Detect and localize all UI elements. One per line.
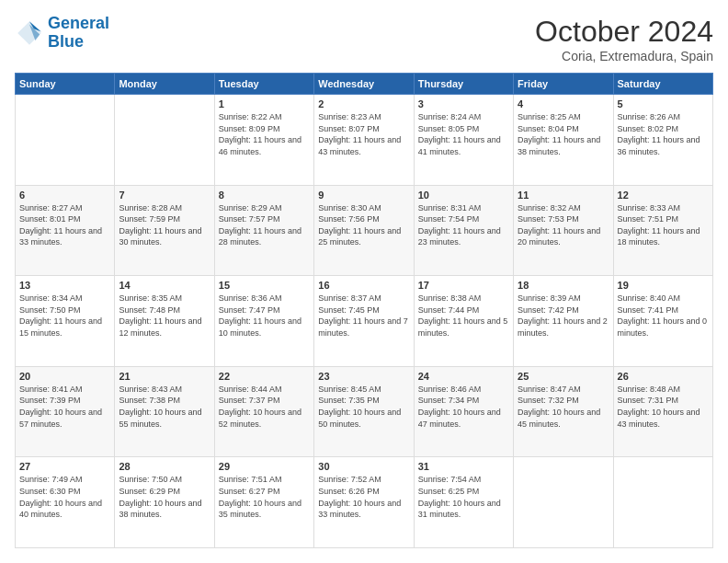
day-info: Sunrise: 8:37 AMSunset: 7:45 PMDaylight:…	[318, 293, 409, 339]
day-number: 8	[219, 190, 310, 201]
calendar-cell	[613, 457, 712, 548]
logo: General Blue	[15, 15, 109, 52]
day-info: Sunrise: 8:22 AMSunset: 8:09 PMDaylight:…	[219, 111, 310, 157]
day-header-thursday: Thursday	[414, 74, 513, 95]
day-info: Sunrise: 7:52 AMSunset: 6:26 PMDaylight:…	[318, 474, 409, 520]
day-number: 17	[418, 280, 509, 291]
calendar-week-4: 27Sunrise: 7:49 AMSunset: 6:30 PMDayligh…	[16, 457, 713, 548]
day-number: 24	[418, 371, 509, 382]
day-number: 23	[318, 371, 409, 382]
calendar-cell: 23Sunrise: 8:45 AMSunset: 7:35 PMDayligh…	[314, 366, 414, 457]
day-number: 11	[518, 190, 609, 201]
day-number: 26	[618, 371, 709, 382]
logo-icon	[15, 18, 44, 48]
calendar-cell: 24Sunrise: 8:46 AMSunset: 7:34 PMDayligh…	[414, 366, 513, 457]
title-block: October 2024 Coria, Extremadura, Spain	[535, 15, 713, 63]
day-info: Sunrise: 8:41 AMSunset: 7:39 PMDaylight:…	[19, 384, 110, 430]
day-info: Sunrise: 8:25 AMSunset: 8:04 PMDaylight:…	[518, 111, 609, 157]
day-number: 7	[119, 190, 210, 201]
calendar-cell: 9Sunrise: 8:30 AMSunset: 7:56 PMDaylight…	[314, 185, 414, 276]
calendar-week-0: 1Sunrise: 8:22 AMSunset: 8:09 PMDaylight…	[16, 95, 713, 186]
day-info: Sunrise: 8:46 AMSunset: 7:34 PMDaylight:…	[418, 384, 509, 430]
day-info: Sunrise: 8:38 AMSunset: 7:44 PMDaylight:…	[418, 293, 509, 339]
day-info: Sunrise: 8:44 AMSunset: 7:37 PMDaylight:…	[219, 384, 310, 430]
day-header-wednesday: Wednesday	[314, 74, 414, 95]
day-number: 28	[119, 461, 210, 472]
day-info: Sunrise: 8:33 AMSunset: 7:51 PMDaylight:…	[618, 202, 709, 248]
calendar-cell: 4Sunrise: 8:25 AMSunset: 8:04 PMDaylight…	[514, 95, 613, 186]
calendar-cell: 11Sunrise: 8:32 AMSunset: 7:53 PMDayligh…	[514, 185, 613, 276]
day-number: 13	[19, 280, 110, 291]
day-number: 18	[518, 280, 609, 291]
day-header-saturday: Saturday	[613, 74, 712, 95]
calendar-cell: 19Sunrise: 8:40 AMSunset: 7:41 PMDayligh…	[613, 276, 712, 367]
calendar-cell	[514, 457, 613, 548]
day-number: 15	[219, 280, 310, 291]
day-info: Sunrise: 8:24 AMSunset: 8:05 PMDaylight:…	[418, 111, 509, 157]
day-info: Sunrise: 7:50 AMSunset: 6:29 PMDaylight:…	[119, 474, 210, 520]
calendar-header-row: SundayMondayTuesdayWednesdayThursdayFrid…	[16, 74, 713, 95]
day-number: 29	[219, 461, 310, 472]
day-number: 2	[318, 98, 409, 109]
day-info: Sunrise: 7:54 AMSunset: 6:25 PMDaylight:…	[418, 474, 509, 520]
calendar-table: SundayMondayTuesdayWednesdayThursdayFrid…	[15, 73, 713, 548]
day-number: 3	[418, 98, 509, 109]
calendar-cell: 1Sunrise: 8:22 AMSunset: 8:09 PMDaylight…	[214, 95, 313, 186]
day-number: 6	[19, 190, 110, 201]
header: General Blue October 2024 Coria, Extrema…	[15, 15, 713, 63]
day-number: 9	[318, 190, 409, 201]
day-number: 30	[318, 461, 409, 472]
calendar-cell: 5Sunrise: 8:26 AMSunset: 8:02 PMDaylight…	[613, 95, 712, 186]
day-info: Sunrise: 8:47 AMSunset: 7:32 PMDaylight:…	[518, 384, 609, 430]
day-header-tuesday: Tuesday	[214, 74, 313, 95]
day-info: Sunrise: 8:43 AMSunset: 7:38 PMDaylight:…	[119, 384, 210, 430]
day-number: 1	[219, 98, 310, 109]
day-number: 21	[119, 371, 210, 382]
logo-line2: Blue	[48, 32, 84, 51]
calendar-cell: 13Sunrise: 8:34 AMSunset: 7:50 PMDayligh…	[16, 276, 115, 367]
day-info: Sunrise: 8:36 AMSunset: 7:47 PMDaylight:…	[219, 293, 310, 339]
calendar-cell: 10Sunrise: 8:31 AMSunset: 7:54 PMDayligh…	[414, 185, 513, 276]
calendar-cell: 17Sunrise: 8:38 AMSunset: 7:44 PMDayligh…	[414, 276, 513, 367]
month-title: October 2024	[535, 15, 713, 49]
calendar-cell: 3Sunrise: 8:24 AMSunset: 8:05 PMDaylight…	[414, 95, 513, 186]
calendar-cell: 30Sunrise: 7:52 AMSunset: 6:26 PMDayligh…	[314, 457, 414, 548]
day-number: 22	[219, 371, 310, 382]
calendar-cell: 25Sunrise: 8:47 AMSunset: 7:32 PMDayligh…	[514, 366, 613, 457]
day-number: 12	[618, 190, 709, 201]
calendar-cell: 28Sunrise: 7:50 AMSunset: 6:29 PMDayligh…	[115, 457, 214, 548]
day-info: Sunrise: 8:26 AMSunset: 8:02 PMDaylight:…	[618, 111, 709, 157]
day-number: 27	[19, 461, 110, 472]
calendar-cell: 29Sunrise: 7:51 AMSunset: 6:27 PMDayligh…	[214, 457, 313, 548]
calendar-cell: 27Sunrise: 7:49 AMSunset: 6:30 PMDayligh…	[16, 457, 115, 548]
day-info: Sunrise: 8:30 AMSunset: 7:56 PMDaylight:…	[318, 202, 409, 248]
day-info: Sunrise: 8:32 AMSunset: 7:53 PMDaylight:…	[518, 202, 609, 248]
day-header-sunday: Sunday	[16, 74, 115, 95]
day-number: 19	[618, 280, 709, 291]
calendar-cell: 26Sunrise: 8:48 AMSunset: 7:31 PMDayligh…	[613, 366, 712, 457]
calendar-cell: 7Sunrise: 8:28 AMSunset: 7:59 PMDaylight…	[115, 185, 214, 276]
calendar-cell: 20Sunrise: 8:41 AMSunset: 7:39 PMDayligh…	[16, 366, 115, 457]
day-number: 20	[19, 371, 110, 382]
day-info: Sunrise: 8:35 AMSunset: 7:48 PMDaylight:…	[119, 293, 210, 339]
calendar-cell: 6Sunrise: 8:27 AMSunset: 8:01 PMDaylight…	[16, 185, 115, 276]
day-info: Sunrise: 8:31 AMSunset: 7:54 PMDaylight:…	[418, 202, 509, 248]
day-info: Sunrise: 8:48 AMSunset: 7:31 PMDaylight:…	[618, 384, 709, 430]
day-info: Sunrise: 8:29 AMSunset: 7:57 PMDaylight:…	[219, 202, 310, 248]
day-info: Sunrise: 8:34 AMSunset: 7:50 PMDaylight:…	[19, 293, 110, 339]
calendar-cell: 8Sunrise: 8:29 AMSunset: 7:57 PMDaylight…	[214, 185, 313, 276]
calendar-cell: 31Sunrise: 7:54 AMSunset: 6:25 PMDayligh…	[414, 457, 513, 548]
day-header-monday: Monday	[115, 74, 214, 95]
day-info: Sunrise: 7:49 AMSunset: 6:30 PMDaylight:…	[19, 474, 110, 520]
day-number: 10	[418, 190, 509, 201]
calendar-cell: 22Sunrise: 8:44 AMSunset: 7:37 PMDayligh…	[214, 366, 313, 457]
logo-line1: General	[48, 14, 109, 32]
day-number: 31	[418, 461, 509, 472]
day-info: Sunrise: 8:23 AMSunset: 8:07 PMDaylight:…	[318, 111, 409, 157]
day-info: Sunrise: 8:40 AMSunset: 7:41 PMDaylight:…	[618, 293, 709, 339]
calendar-cell: 21Sunrise: 8:43 AMSunset: 7:38 PMDayligh…	[115, 366, 214, 457]
calendar-week-2: 13Sunrise: 8:34 AMSunset: 7:50 PMDayligh…	[16, 276, 713, 367]
calendar-cell: 12Sunrise: 8:33 AMSunset: 7:51 PMDayligh…	[613, 185, 712, 276]
calendar-cell: 14Sunrise: 8:35 AMSunset: 7:48 PMDayligh…	[115, 276, 214, 367]
day-header-friday: Friday	[514, 74, 613, 95]
